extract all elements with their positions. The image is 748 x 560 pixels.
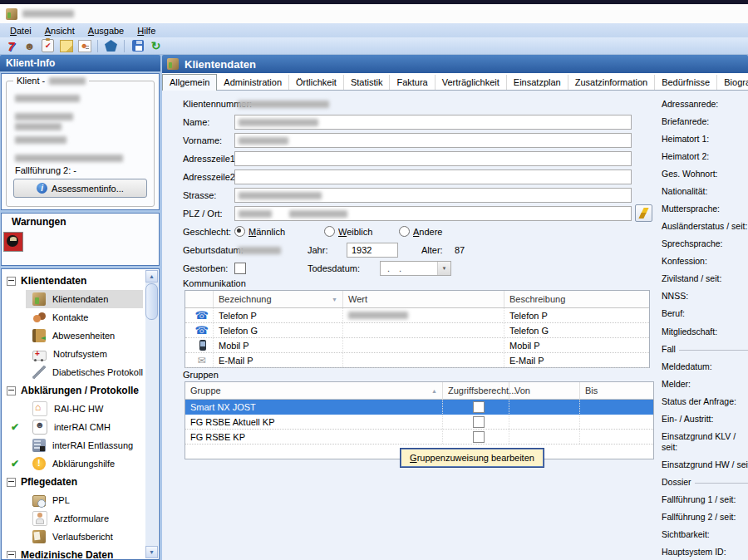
assessmentinfo-button[interactable]: Assessmentinfo...: [13, 179, 147, 198]
scroll-down-icon[interactable]: ▼: [145, 546, 158, 558]
tab-faktura[interactable]: Faktura: [390, 75, 435, 90]
plz-ort-field[interactable]: [234, 206, 632, 221]
scrollbar-thumb[interactable]: [145, 283, 158, 320]
kommunikation-title: Kommunikation: [183, 278, 246, 288]
zugriffsberechtigt-header[interactable]: Zugriffsberecht...: [443, 382, 509, 399]
tree-group-klientendaten[interactable]: Klientendaten: [2, 272, 145, 290]
tree-item-abwesenheiten[interactable]: Abwesenheiten: [2, 327, 145, 345]
tree-item-abklaerungshilfe[interactable]: ✔ Abklärungshilfe: [2, 454, 145, 473]
tree-item-interrai-cmh[interactable]: ✔ interRAI CMH: [2, 418, 145, 436]
jahr-field[interactable]: [347, 243, 398, 258]
save-icon[interactable]: [130, 39, 145, 53]
table-row[interactable]: ☎ Telefon P Telefon P: [185, 308, 649, 323]
menu-datei[interactable]: Datei: [3, 25, 38, 37]
tree-item-notrufsystem[interactable]: Notrufsystem: [2, 345, 145, 363]
radio-andere[interactable]: [399, 226, 410, 237]
protocol-check-icon[interactable]: [41, 39, 55, 53]
tree-item-klientendaten[interactable]: Klientendaten: [2, 290, 145, 308]
tab-beduerfnisse[interactable]: Bedürfnisse: [655, 75, 717, 90]
briefanrede-label: Briefanrede:: [662, 116, 748, 127]
contact-card-icon[interactable]: [77, 39, 91, 53]
table-row[interactable]: ✉ E-Mail P E-Mail P: [185, 353, 649, 368]
status-der-anfrage-label: Status der Anfrage:: [662, 396, 748, 407]
heimatort1-label: Heimatort 1:: [662, 134, 748, 145]
sichtbarkeit-label: Sichtbarkeit:: [662, 529, 748, 540]
collapse-icon[interactable]: [7, 478, 16, 487]
collapse-icon[interactable]: [7, 551, 16, 559]
warning-badge-icon[interactable]: [3, 232, 23, 252]
gruppe-header[interactable]: Gruppe▲: [185, 382, 443, 399]
table-row[interactable]: ☎ Telefon G Telefon G: [185, 323, 649, 338]
info-icon: [37, 183, 47, 194]
radio-maennlich[interactable]: [234, 226, 245, 237]
gruppenzuweisung-bearbeiten-button[interactable]: Gruppenzuweisung bearbeiten: [401, 449, 544, 467]
tab-statistik[interactable]: Statistik: [344, 75, 391, 90]
table-row-selected[interactable]: Smart NX JOST: [185, 400, 653, 415]
folder-clock-icon: [32, 495, 46, 507]
tree-item-kontakte[interactable]: Kontakte: [2, 308, 145, 327]
strasse-field[interactable]: [234, 188, 632, 203]
menu-ausgabe[interactable]: Ausgabe: [81, 25, 130, 37]
tab-biografie[interactable]: Biografie: [717, 75, 748, 90]
tab-administration[interactable]: Administration: [217, 75, 289, 90]
tree-group-abklaerungen[interactable]: Abklärungen / Protokolle: [2, 381, 145, 400]
address-verify-button[interactable]: [635, 204, 652, 222]
wert-header[interactable]: Wert: [343, 291, 504, 307]
collapse-icon[interactable]: [7, 386, 16, 395]
table-row[interactable]: FG RSBE Aktuell KP: [185, 415, 653, 430]
tab-oertlichkeit[interactable]: Örtlichkeit: [289, 75, 344, 90]
radio-weiblich-label[interactable]: Weiblich: [338, 227, 372, 237]
radio-andere-label[interactable]: Andere: [413, 227, 442, 237]
tree-item-ppl[interactable]: PPL: [2, 491, 145, 509]
zugriff-checkbox[interactable]: [473, 401, 485, 413]
tab-einsatzplan[interactable]: Einsatzplan: [507, 75, 568, 90]
adresszeile2-field[interactable]: [234, 169, 632, 184]
hauptsystem-id-label: Hauptsystem ID:: [662, 547, 748, 558]
icon-column-header[interactable]: [185, 291, 214, 307]
redacted-client-address: [15, 113, 73, 120]
scroll-up-icon[interactable]: ▲: [145, 270, 158, 282]
menu-ansicht[interactable]: Ansicht: [38, 25, 81, 37]
adresszeile1-field[interactable]: [234, 151, 632, 166]
ein-austritt-label: Ein- / Austritt:: [662, 414, 748, 425]
tab-allgemein[interactable]: Allgemein: [162, 74, 217, 91]
table-row[interactable]: FG RSBE KP: [185, 430, 653, 445]
radio-maennlich-label[interactable]: Männlich: [249, 227, 285, 237]
refresh-icon[interactable]: [149, 39, 163, 53]
adressanrede-label: Adressanrede:: [662, 99, 748, 110]
zugriff-checkbox[interactable]: [473, 431, 485, 443]
tree-scrollbar[interactable]: ▲ ▼: [145, 270, 158, 558]
gestorben-checkbox[interactable]: [234, 263, 246, 274]
melder-label: Melder:: [662, 379, 748, 390]
tree-group-medizinische-daten[interactable]: Medizinische Daten: [2, 546, 145, 558]
main-panel: Klientendaten Allgemein Administration Ö…: [162, 55, 748, 560]
tree-item-verlaufsbericht[interactable]: Verlaufsbericht: [2, 528, 145, 546]
app-logo-icon[interactable]: 7: [4, 39, 18, 53]
beschreibung-header[interactable]: Beschreibung: [504, 291, 649, 307]
navigation-tree: Klientendaten Klientendaten Kontakte Abw…: [2, 272, 145, 558]
tab-vertraeglichkeit[interactable]: Verträglichkeit: [436, 75, 507, 90]
client-icon: [32, 292, 46, 306]
name-field[interactable]: [234, 115, 632, 130]
bis-header[interactable]: Bis: [580, 382, 653, 399]
zugriff-checkbox[interactable]: [473, 416, 485, 428]
radio-weiblich[interactable]: [324, 226, 335, 237]
tree-item-arztformulare[interactable]: Arztformulare: [2, 509, 145, 528]
bezeichnung-header[interactable]: Bezeichnung▼: [214, 291, 343, 307]
note-icon[interactable]: [59, 39, 73, 53]
menu-hilfe[interactable]: Hilfe: [130, 25, 162, 37]
todesdatum-dropdown[interactable]: . .: [380, 261, 451, 276]
application-window: Datei Ansicht Ausgabe Hilfe 7 Klient-Inf…: [0, 0, 748, 560]
table-row[interactable]: Mobil P Mobil P: [185, 338, 649, 353]
tab-zusatzinformation[interactable]: Zusatzinformation: [568, 75, 655, 90]
vorname-field[interactable]: [234, 133, 632, 148]
tree-item-interrai-entlassung[interactable]: interRAI Entlassung: [2, 436, 145, 454]
pentagon-icon[interactable]: [104, 39, 118, 53]
von-header[interactable]: Von: [509, 382, 580, 399]
tree-item-diabetisches-protokoll[interactable]: Diabetisches Protokoll: [2, 363, 145, 381]
collapse-icon[interactable]: [7, 277, 16, 286]
tree-item-rai-hc-hw[interactable]: RAI-HC HW: [2, 400, 145, 418]
vorname-label: Vorname:: [183, 135, 222, 145]
client-icon[interactable]: [22, 39, 37, 53]
tree-group-pflegedaten[interactable]: Pflegedaten: [2, 473, 145, 491]
